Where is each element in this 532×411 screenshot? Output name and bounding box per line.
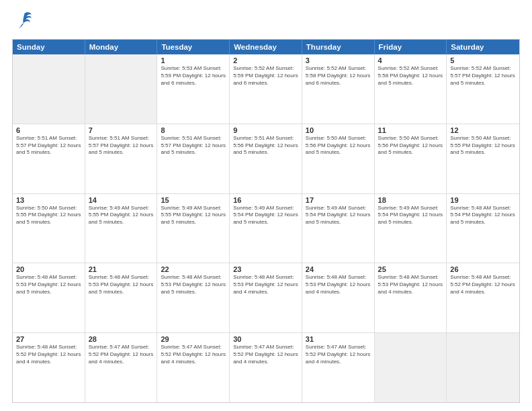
day-number: 3 — [306, 56, 371, 64]
day-info: Sunrise: 5:48 AM Sunset: 5:53 PM Dayligh… — [89, 274, 154, 295]
day-info: Sunrise: 5:53 AM Sunset: 5:59 PM Dayligh… — [161, 65, 226, 87]
day-number: 11 — [378, 126, 443, 134]
day-number: 18 — [378, 196, 443, 204]
day-number: 21 — [89, 265, 154, 273]
day-info: Sunrise: 5:48 AM Sunset: 5:52 PM Dayligh… — [16, 344, 81, 365]
day-number: 7 — [89, 126, 154, 134]
weekday-header: Thursday — [302, 40, 375, 54]
calendar-cell: 1Sunrise: 5:53 AM Sunset: 5:59 PM Daylig… — [157, 54, 230, 124]
calendar-cell: 26Sunrise: 5:48 AM Sunset: 5:52 PM Dayli… — [447, 263, 519, 332]
calendar-cell: 18Sunrise: 5:49 AM Sunset: 5:54 PM Dayli… — [375, 194, 447, 263]
calendar-cell: 21Sunrise: 5:48 AM Sunset: 5:53 PM Dayli… — [85, 263, 158, 332]
calendar: SundayMondayTuesdayWednesdayThursdayFrid… — [12, 39, 520, 403]
weekday-header: Wednesday — [230, 40, 302, 54]
day-info: Sunrise: 5:49 AM Sunset: 5:54 PM Dayligh… — [378, 205, 443, 226]
calendar-cell: 14Sunrise: 5:49 AM Sunset: 5:55 PM Dayli… — [85, 194, 158, 263]
day-info: Sunrise: 5:51 AM Sunset: 5:56 PM Dayligh… — [233, 135, 298, 156]
day-number: 1 — [161, 56, 226, 64]
day-number: 28 — [89, 335, 154, 343]
day-info: Sunrise: 5:49 AM Sunset: 5:54 PM Dayligh… — [233, 205, 298, 226]
day-info: Sunrise: 5:48 AM Sunset: 5:53 PM Dayligh… — [233, 274, 298, 295]
calendar-cell: 2Sunrise: 5:52 AM Sunset: 5:59 PM Daylig… — [230, 54, 302, 124]
day-number: 10 — [306, 126, 371, 134]
day-number: 25 — [378, 265, 443, 273]
calendar-cell: 29Sunrise: 5:47 AM Sunset: 5:52 PM Dayli… — [157, 333, 230, 402]
day-number: 12 — [450, 126, 516, 134]
calendar-cell: 12Sunrise: 5:50 AM Sunset: 5:55 PM Dayli… — [447, 124, 519, 193]
calendar-cell: 27Sunrise: 5:48 AM Sunset: 5:52 PM Dayli… — [13, 333, 85, 402]
day-info: Sunrise: 5:48 AM Sunset: 5:52 PM Dayligh… — [450, 274, 516, 295]
calendar-cell: 13Sunrise: 5:50 AM Sunset: 5:55 PM Dayli… — [13, 194, 85, 263]
calendar-cell: 24Sunrise: 5:48 AM Sunset: 5:53 PM Dayli… — [302, 263, 375, 332]
day-info: Sunrise: 5:51 AM Sunset: 5:57 PM Dayligh… — [16, 135, 81, 156]
calendar-week-row: 13Sunrise: 5:50 AM Sunset: 5:55 PM Dayli… — [13, 193, 519, 263]
day-number: 29 — [161, 335, 226, 343]
calendar-cell: 8Sunrise: 5:51 AM Sunset: 5:57 PM Daylig… — [157, 124, 230, 193]
day-number: 24 — [306, 265, 371, 273]
calendar-header: SundayMondayTuesdayWednesdayThursdayFrid… — [13, 40, 519, 54]
day-info: Sunrise: 5:49 AM Sunset: 5:55 PM Dayligh… — [89, 205, 154, 226]
day-number: 15 — [161, 196, 226, 204]
calendar-cell: 9Sunrise: 5:51 AM Sunset: 5:56 PM Daylig… — [230, 124, 302, 193]
day-number: 30 — [233, 335, 298, 343]
day-info: Sunrise: 5:47 AM Sunset: 5:52 PM Dayligh… — [306, 344, 371, 365]
calendar-cell — [13, 54, 85, 124]
calendar-cell: 22Sunrise: 5:48 AM Sunset: 5:53 PM Dayli… — [157, 263, 230, 332]
calendar-cell — [447, 333, 519, 402]
calendar-cell: 11Sunrise: 5:50 AM Sunset: 5:56 PM Dayli… — [375, 124, 447, 193]
calendar-cell: 19Sunrise: 5:48 AM Sunset: 5:54 PM Dayli… — [447, 194, 519, 263]
day-number: 16 — [233, 196, 298, 204]
calendar-week-row: 1Sunrise: 5:53 AM Sunset: 5:59 PM Daylig… — [13, 54, 519, 124]
day-info: Sunrise: 5:51 AM Sunset: 5:57 PM Dayligh… — [89, 135, 154, 156]
page: SundayMondayTuesdayWednesdayThursdayFrid… — [0, 0, 532, 411]
day-number: 13 — [16, 196, 81, 204]
day-number: 27 — [16, 335, 81, 343]
calendar-cell: 16Sunrise: 5:49 AM Sunset: 5:54 PM Dayli… — [230, 194, 302, 263]
calendar-cell: 17Sunrise: 5:49 AM Sunset: 5:54 PM Dayli… — [302, 194, 375, 263]
calendar-cell: 31Sunrise: 5:47 AM Sunset: 5:52 PM Dayli… — [302, 333, 375, 402]
calendar-cell: 3Sunrise: 5:52 AM Sunset: 5:58 PM Daylig… — [302, 54, 375, 124]
calendar-cell — [375, 333, 447, 402]
calendar-cell: 6Sunrise: 5:51 AM Sunset: 5:57 PM Daylig… — [13, 124, 85, 193]
day-info: Sunrise: 5:47 AM Sunset: 5:52 PM Dayligh… — [233, 344, 298, 365]
day-number: 5 — [450, 56, 516, 64]
day-info: Sunrise: 5:50 AM Sunset: 5:55 PM Dayligh… — [450, 135, 516, 156]
day-number: 26 — [450, 265, 516, 273]
day-number: 14 — [89, 196, 154, 204]
day-info: Sunrise: 5:52 AM Sunset: 5:57 PM Dayligh… — [450, 65, 516, 87]
calendar-cell: 25Sunrise: 5:48 AM Sunset: 5:53 PM Dayli… — [375, 263, 447, 332]
calendar-cell: 15Sunrise: 5:49 AM Sunset: 5:55 PM Dayli… — [157, 194, 230, 263]
day-info: Sunrise: 5:47 AM Sunset: 5:52 PM Dayligh… — [161, 344, 226, 365]
day-info: Sunrise: 5:50 AM Sunset: 5:56 PM Dayligh… — [306, 135, 371, 156]
day-number: 19 — [450, 196, 516, 204]
weekday-header: Monday — [85, 40, 158, 54]
calendar-cell: 4Sunrise: 5:52 AM Sunset: 5:58 PM Daylig… — [375, 54, 447, 124]
day-info: Sunrise: 5:52 AM Sunset: 5:58 PM Dayligh… — [378, 65, 443, 87]
calendar-week-row: 27Sunrise: 5:48 AM Sunset: 5:52 PM Dayli… — [13, 332, 519, 402]
calendar-cell: 30Sunrise: 5:47 AM Sunset: 5:52 PM Dayli… — [230, 333, 302, 402]
day-info: Sunrise: 5:50 AM Sunset: 5:55 PM Dayligh… — [16, 205, 81, 226]
calendar-cell: 10Sunrise: 5:50 AM Sunset: 5:56 PM Dayli… — [302, 124, 375, 193]
day-info: Sunrise: 5:52 AM Sunset: 5:58 PM Dayligh… — [306, 65, 371, 87]
day-number: 9 — [233, 126, 298, 134]
calendar-cell — [85, 54, 158, 124]
day-info: Sunrise: 5:48 AM Sunset: 5:53 PM Dayligh… — [306, 274, 371, 295]
day-number: 6 — [16, 126, 81, 134]
day-number: 20 — [16, 265, 81, 273]
day-number: 4 — [378, 56, 443, 64]
day-number: 17 — [306, 196, 371, 204]
calendar-body: 1Sunrise: 5:53 AM Sunset: 5:59 PM Daylig… — [13, 54, 519, 402]
day-info: Sunrise: 5:51 AM Sunset: 5:57 PM Dayligh… — [161, 135, 226, 156]
day-number: 22 — [161, 265, 226, 273]
day-info: Sunrise: 5:47 AM Sunset: 5:52 PM Dayligh… — [89, 344, 154, 365]
calendar-cell: 28Sunrise: 5:47 AM Sunset: 5:52 PM Dayli… — [85, 333, 158, 402]
calendar-cell: 23Sunrise: 5:48 AM Sunset: 5:53 PM Dayli… — [230, 263, 302, 332]
logo-bird-icon — [13, 9, 34, 30]
day-info: Sunrise: 5:50 AM Sunset: 5:56 PM Dayligh… — [378, 135, 443, 156]
day-number: 23 — [233, 265, 298, 273]
weekday-header: Friday — [375, 40, 447, 54]
weekday-header: Sunday — [13, 40, 85, 54]
day-number: 2 — [233, 56, 298, 64]
weekday-header: Tuesday — [157, 40, 230, 54]
day-info: Sunrise: 5:48 AM Sunset: 5:53 PM Dayligh… — [378, 274, 443, 295]
